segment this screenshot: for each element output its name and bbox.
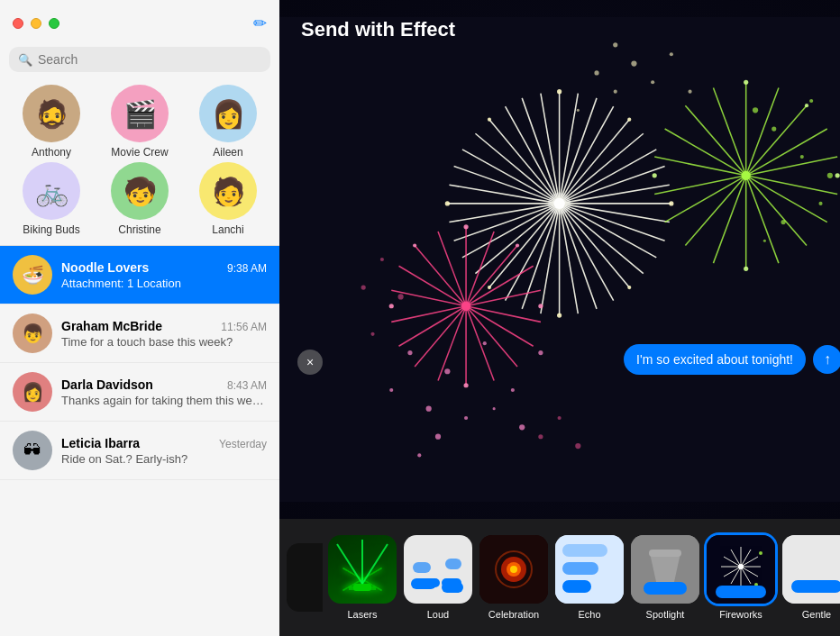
conv-preview-graham: Time for a touch base this week? — [61, 335, 267, 349]
svg-rect-148 — [562, 562, 598, 575]
svg-point-103 — [493, 407, 496, 410]
svg-point-37 — [557, 89, 562, 94]
svg-point-106 — [417, 453, 421, 457]
close-effect-button[interactable]: × — [297, 350, 323, 375]
effects-tray: Lasers Loud — [279, 519, 840, 636]
svg-point-38 — [627, 118, 631, 122]
contact-item-biking-buds[interactable]: 🚲 Biking Buds — [9, 162, 94, 236]
search-input[interactable] — [38, 52, 261, 67]
conv-time-leticia: Yesterday — [219, 438, 267, 450]
effect-item-echo[interactable]: Echo — [553, 535, 625, 620]
conv-name-darla: Darla Davidson — [61, 377, 153, 392]
svg-point-67 — [538, 304, 543, 308]
svg-point-167 — [738, 564, 744, 569]
contact-item-anthony[interactable]: 🧔 Anthony — [9, 85, 94, 159]
conv-time-graham: 11:56 AM — [221, 321, 267, 333]
titlebar: ✏ — [0, 0, 279, 47]
conv-item-leticia[interactable]: 🕶 Leticia Ibarra Yesterday Ride on Sat.?… — [0, 422, 279, 480]
contact-item-movie-crew[interactable]: 🎬 Movie Crew — [97, 85, 182, 159]
svg-point-128 — [558, 416, 562, 420]
svg-point-127 — [380, 258, 384, 261]
conv-item-graham[interactable]: 👦 Graham McBride 11:56 AM Time for a tou… — [0, 304, 279, 363]
conv-name-leticia: Leticia Ibarra — [61, 436, 140, 450]
conv-avatar-graham: 👦 — [13, 313, 52, 353]
svg-point-46 — [548, 192, 571, 214]
search-bar: 🔍 — [9, 47, 270, 72]
avatar-aileen: 👩 — [199, 85, 257, 142]
svg-point-114 — [613, 42, 617, 47]
conv-item-noodle-lovers[interactable]: 🍜 Noodle Lovers 9:38 AM Attachment: 1 Lo… — [0, 246, 279, 304]
svg-rect-151 — [644, 582, 687, 595]
svg-rect-173 — [791, 580, 840, 593]
effect-item-lasers[interactable]: Lasers — [326, 535, 398, 620]
contact-name-movie-crew: Movie Crew — [111, 146, 168, 159]
compose-button[interactable]: ✏ — [253, 14, 267, 33]
svg-point-125 — [397, 294, 403, 299]
effect-label-echo: Echo — [578, 609, 600, 620]
avatar-biking-buds: 🚲 — [23, 162, 80, 220]
contact-item-aileen[interactable]: 👩 Aileen — [186, 85, 270, 159]
svg-point-115 — [688, 90, 691, 94]
svg-point-119 — [818, 202, 822, 205]
svg-rect-147 — [562, 580, 591, 593]
minimize-button[interactable] — [31, 18, 41, 29]
svg-point-40 — [627, 286, 631, 289]
effect-item-gentle[interactable]: Gentle — [781, 535, 840, 620]
svg-rect-139 — [413, 562, 431, 573]
svg-rect-171 — [716, 586, 766, 598]
effect-thumb-spotlight — [631, 535, 699, 604]
conv-time-darla: 8:43 AM — [227, 379, 267, 392]
contact-name-anthony: Anthony — [32, 146, 71, 159]
contact-name-lanchi: Lanchi — [212, 223, 243, 236]
svg-point-93 — [744, 267, 748, 271]
svg-point-71 — [461, 302, 470, 311]
svg-point-99 — [511, 388, 515, 392]
conv-avatar-darla: 👩 — [13, 372, 52, 412]
contact-item-lanchi[interactable]: 🧑 Lanchi — [186, 162, 270, 236]
effect-item-loud[interactable]: Loud — [402, 535, 474, 620]
svg-point-92 — [835, 173, 840, 177]
effect-thumb-gentle — [782, 535, 840, 604]
send-button[interactable]: ↑ — [813, 345, 840, 374]
svg-rect-132 — [353, 584, 371, 591]
conv-details-leticia: Leticia Ibarra Yesterday Ride on Sat.? E… — [61, 436, 267, 466]
svg-point-107 — [519, 424, 525, 430]
conv-item-darla[interactable]: 👩 Darla Davidson 8:43 AM Thanks again fo… — [0, 363, 279, 422]
svg-point-112 — [577, 109, 580, 112]
contact-item-christine[interactable]: 🧒 Christine — [97, 162, 182, 236]
svg-point-68 — [463, 383, 468, 387]
effect-item-spotlight[interactable]: Spotlight — [629, 535, 701, 620]
svg-point-97 — [483, 341, 487, 345]
conv-name-graham: Graham McBride — [61, 319, 162, 333]
svg-point-101 — [464, 416, 468, 420]
svg-point-105 — [538, 350, 543, 355]
svg-point-123 — [763, 240, 766, 242]
svg-point-130 — [538, 434, 543, 439]
main-content: Send with Effect — [279, 0, 840, 636]
message-bubble: I'm so excited about tonight! — [624, 344, 806, 375]
conv-preview-noodle-lovers: Attachment: 1 Location — [61, 277, 267, 290]
effect-thumb-lasers — [328, 535, 397, 604]
effect-item-fireworks[interactable]: Fireworks — [705, 535, 777, 620]
svg-point-170 — [759, 551, 762, 555]
close-button[interactable] — [13, 18, 23, 29]
svg-point-42 — [488, 286, 491, 289]
effect-item-celebration[interactable]: Celebration — [478, 535, 550, 620]
svg-point-144 — [510, 566, 517, 573]
svg-rect-149 — [562, 544, 607, 557]
effect-label-fireworks: Fireworks — [719, 609, 762, 620]
conv-name-noodle-lovers: Noodle Lovers — [61, 260, 149, 275]
effect-thumb-echo — [555, 535, 624, 604]
effect-label-gentle: Gentle — [802, 609, 831, 620]
effect-thumb-celebration — [479, 535, 548, 604]
svg-point-65 — [463, 224, 468, 229]
svg-point-70 — [413, 243, 416, 247]
conv-preview-darla: Thanks again for taking them this weeken… — [61, 394, 267, 407]
traffic-lights — [13, 18, 59, 29]
effect-item-partial-left[interactable] — [287, 543, 323, 612]
svg-point-120 — [781, 220, 786, 224]
send-with-effect-title: Send with Effect — [301, 18, 455, 41]
search-icon: 🔍 — [18, 53, 32, 67]
maximize-button[interactable] — [49, 18, 59, 29]
svg-point-122 — [827, 173, 833, 178]
